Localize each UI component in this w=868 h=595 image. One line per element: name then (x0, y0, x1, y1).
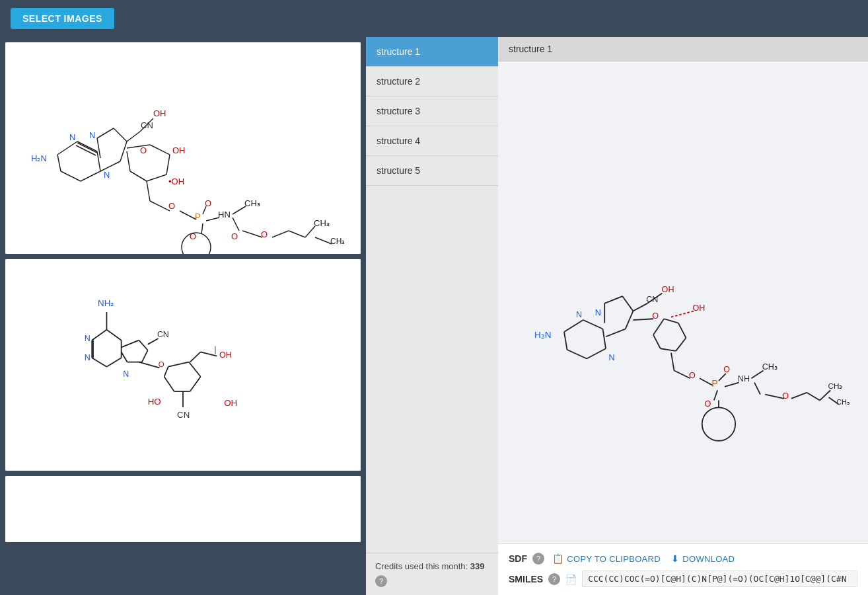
svg-line-75 (168, 362, 189, 367)
bottom-info: SDF ? 📋 COPY TO CLIPBOARD ⬇ DOWNLOAD SMI… (498, 543, 868, 595)
credits-count: 339 (470, 561, 485, 571)
smiles-row: SMILES ? 📄 CCC(CC)COC(=O)[C@H](C)N[P@](=… (509, 571, 857, 587)
svg-line-76 (189, 362, 201, 377)
svg-line-26 (127, 151, 130, 171)
sdf-help-icon[interactable]: ? (532, 553, 544, 565)
svg-line-138 (820, 391, 830, 401)
svg-line-4 (81, 171, 100, 181)
svg-line-79 (164, 377, 174, 391)
svg-text:N: N (123, 370, 129, 379)
svg-line-90 (564, 321, 583, 333)
svg-text:H₂N: H₂N (31, 153, 47, 163)
svg-line-67 (142, 350, 148, 362)
svg-text:CH₃: CH₃ (314, 218, 330, 228)
svg-line-48 (272, 231, 289, 237)
svg-line-136 (791, 393, 807, 399)
smiles-copy-icon[interactable]: 📄 (565, 574, 577, 584)
right-panel: structure 1 H₂N N N (498, 37, 868, 595)
sdf-copy-button[interactable]: 📋 COPY TO CLIPBOARD (550, 552, 663, 565)
svg-line-33 (180, 211, 196, 219)
svg-line-117 (653, 319, 664, 335)
top-bar: SELECT IMAGES (0, 0, 868, 37)
svg-line-116 (653, 335, 661, 349)
svg-text:•OH: •OH (168, 177, 184, 186)
svg-line-121 (700, 379, 713, 386)
middle-panel: structure 1 structure 2 structure 3 stru… (366, 37, 498, 595)
molecule-image-1: H₂N N N (5, 42, 361, 254)
svg-line-91 (583, 321, 603, 330)
right-panel-title: structure 1 (509, 44, 552, 54)
structure-item-3[interactable]: structure 3 (366, 97, 498, 126)
svg-text:N: N (576, 311, 582, 320)
svg-line-73 (139, 362, 159, 368)
clipboard-icon: 📋 (552, 553, 563, 564)
sdf-row: SDF ? 📋 COPY TO CLIPBOARD ⬇ DOWNLOAD (509, 552, 857, 565)
svg-line-58 (92, 358, 106, 366)
svg-line-39 (206, 218, 219, 221)
svg-line-66 (139, 340, 147, 350)
credits-help-icon[interactable]: ? (375, 575, 387, 587)
structure-item-1[interactable]: structure 1 (366, 37, 498, 67)
svg-text:N: N (89, 130, 95, 140)
sdf-download-button[interactable]: ⬇ DOWNLOAD (669, 552, 737, 565)
svg-line-24 (147, 175, 166, 181)
svg-text:O: O (689, 372, 696, 381)
svg-text:O: O (652, 312, 659, 321)
svg-line-113 (678, 323, 686, 338)
svg-text:OH: OH (172, 145, 186, 155)
svg-line-110 (633, 319, 653, 321)
credits-label: Credits used this month: 339 (375, 561, 485, 571)
sdf-download-label: DOWNLOAD (682, 554, 735, 564)
sdf-copy-label: COPY TO CLIPBOARD (567, 554, 661, 564)
svg-line-137 (807, 393, 820, 401)
svg-text:O: O (159, 360, 164, 368)
svg-text:CN: CN (157, 330, 169, 339)
svg-text:NH₂: NH₂ (98, 298, 114, 308)
svg-line-129 (752, 371, 764, 379)
select-images-button[interactable]: SELECT IMAGES (11, 8, 114, 29)
svg-text:O: O (140, 145, 147, 155)
svg-line-59 (106, 358, 121, 366)
svg-line-123 (719, 374, 726, 381)
svg-line-114 (676, 338, 686, 352)
svg-line-115 (661, 349, 676, 352)
image-card-2[interactable]: NH₂ N N (5, 259, 361, 471)
svg-line-6 (57, 155, 61, 171)
svg-line-22 (150, 145, 170, 155)
svg-line-77 (190, 377, 201, 391)
svg-line-69 (122, 352, 127, 362)
svg-line-41 (233, 206, 246, 214)
svg-line-127 (725, 383, 739, 387)
svg-text:P: P (711, 378, 718, 389)
svg-text:CH₃: CH₃ (836, 398, 850, 406)
structure-item-2[interactable]: structure 2 (366, 67, 498, 97)
svg-line-49 (289, 231, 305, 237)
main-layout: H₂N N N (0, 37, 868, 595)
image-card-3[interactable] (5, 476, 361, 542)
svg-line-82 (201, 352, 217, 356)
svg-line-98 (606, 329, 626, 337)
svg-line-71 (148, 338, 159, 344)
svg-line-101 (604, 297, 622, 304)
svg-text:O: O (261, 229, 268, 239)
svg-line-12 (120, 141, 127, 161)
svg-text:N: N (69, 132, 75, 142)
svg-line-43 (233, 218, 239, 231)
svg-text:O: O (168, 201, 175, 211)
svg-line-5 (61, 171, 81, 181)
svg-line-131 (754, 383, 760, 395)
svg-text:HN: HN (218, 210, 231, 219)
svg-line-100 (622, 297, 633, 312)
svg-text:O: O (205, 198, 211, 208)
structure-item-4[interactable]: structure 4 (366, 126, 498, 156)
image-card-1[interactable]: H₂N N N (5, 42, 361, 254)
svg-text:HO: HO (148, 397, 161, 407)
svg-text:OH: OH (692, 303, 705, 313)
smiles-help-icon[interactable]: ? (548, 573, 560, 585)
structure-item-5[interactable]: structure 5 (366, 156, 498, 186)
svg-line-134 (765, 395, 784, 399)
svg-text:OH: OH (662, 285, 674, 294)
svg-text:O: O (231, 231, 238, 241)
svg-text:H₂N: H₂N (534, 331, 552, 340)
svg-text:O: O (723, 366, 730, 375)
